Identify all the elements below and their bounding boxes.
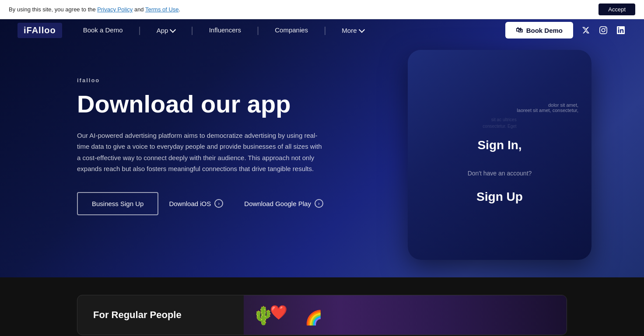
linkedin-icon[interactable] [615,24,626,36]
business-signup-button[interactable]: Business Sign Up [77,192,158,215]
hero-section: dolor sit amet,laoreet sit amet, consect… [0,15,644,277]
nav-separator-1: | [139,25,141,35]
nav-links: Book a Demo | App | Influencers | Compan… [83,25,364,35]
phone-signup-question: Don't have an account? [468,170,532,177]
nav-item-companies[interactable]: Companies [275,26,308,34]
book-demo-button[interactable]: 🛍 Book Demo [505,22,573,38]
phone-signup-label: Sign Up [476,190,523,204]
twitter-x-icon[interactable] [580,24,592,36]
regular-people-image: 🌵 ❤️ 🌈 [244,295,567,335]
download-ios-label: Download iOS [169,200,211,207]
download-google-arrow-icon: › [315,199,323,208]
navbar-right: 🛍 Book Demo [505,22,626,38]
cookie-prefix-text: By using this site, you agree to the [9,6,96,13]
book-demo-label: Book Demo [526,27,563,34]
more-chevron-icon [358,26,364,32]
nav-item-app[interactable]: App [157,27,175,34]
navbar: iFAlloo Book a Demo | App | Influencers … [0,15,644,46]
hero-cta-group: Business Sign Up Download iOS › Download… [77,192,334,215]
accept-button[interactable]: Accept [598,4,635,15]
download-google-play-button[interactable]: Download Google Play › [234,192,334,215]
phone-lorem-header: dolor sit amet,laoreet sit amet, consect… [517,102,578,113]
phone-mockup: dolor sit amet,laoreet sit amet, consect… [408,50,592,260]
phone-lorem-text: sit ac ultricesconsectetur. Eget [483,116,516,130]
nav-separator-4: | [324,25,326,35]
below-hero-section: For Regular People 🌵 ❤️ 🌈 [0,277,644,336]
hero-content: ifalloo Download our app Our AI-powered … [0,77,334,215]
regular-people-content: For Regular People [77,295,244,335]
hero-brand: ifalloo [77,77,334,84]
heart-icon: ❤️ [270,304,287,321]
regular-people-title: For Regular People [93,309,228,321]
nav-separator-3: | [257,25,259,35]
logo-text: iFAlloo [18,23,62,38]
nav-item-more[interactable]: More [342,27,364,34]
shopping-bag-icon: 🛍 [516,26,523,34]
phone-signin-title: Sign In, [477,138,522,152]
nav-item-book-demo[interactable]: Book a Demo [83,26,123,34]
app-chevron-icon [170,26,176,32]
cookie-banner-text: By using this site, you agree to the Pri… [9,6,590,13]
instagram-icon[interactable] [598,24,609,36]
navbar-left: iFAlloo Book a Demo | App | Influencers … [18,23,364,38]
terms-of-use-link[interactable]: Terms of Use [145,6,179,13]
rainbow-icon: 🌈 [305,309,322,326]
hero-description: Our AI-powered advertising platform aims… [77,130,322,175]
privacy-policy-link[interactable]: Privacy Policy [97,6,133,13]
download-google-label: Download Google Play [244,200,311,207]
social-icons [580,24,626,36]
hero-title: Download our app [77,91,334,118]
cookie-banner: By using this site, you agree to the Pri… [0,0,644,19]
logo[interactable]: iFAlloo [18,23,62,38]
nav-separator-2: | [191,25,193,35]
nav-item-influencers[interactable]: Influencers [209,26,241,34]
download-ios-button[interactable]: Download iOS › [158,192,234,215]
download-ios-arrow-icon: › [214,199,223,208]
cookie-and-text: and [134,6,144,13]
regular-people-card: For Regular People 🌵 ❤️ 🌈 [77,295,567,335]
